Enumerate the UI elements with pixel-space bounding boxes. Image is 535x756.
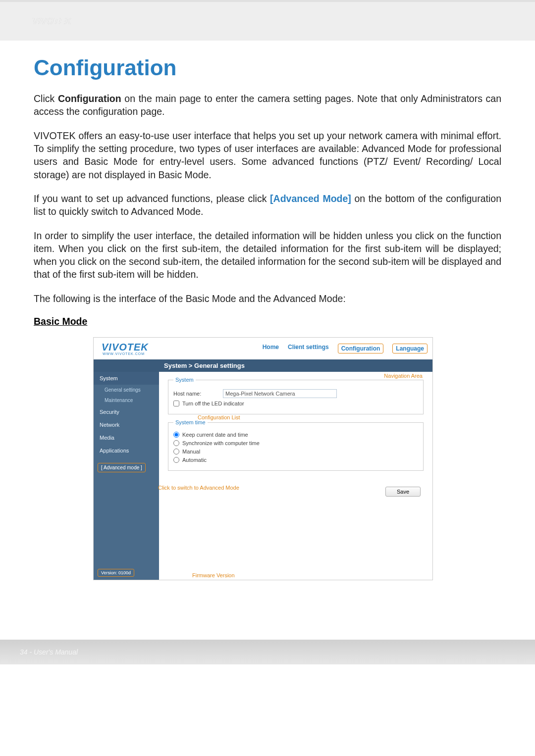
content-area: Configuration Click Configuration on the…: [0, 41, 535, 580]
breadcrumb: System > General settings: [94, 359, 432, 372]
hostname-label: Host name:: [173, 391, 223, 397]
system-fieldset: System Host name: Turn off the LED indic…: [168, 377, 424, 414]
annotation-navigation-area: Navigation Area: [384, 373, 423, 379]
paragraph-3: If you want to set up advanced functions…: [34, 192, 501, 218]
p1-bold: Configuration: [58, 93, 121, 104]
version-label: Version: 0100d: [98, 569, 134, 577]
ui-sidebar: System General settings Maintenance Secu…: [94, 372, 159, 580]
ui-main: Navigation Area System Host name: Turn o…: [159, 372, 432, 580]
p3-link: [Advanced Mode]: [270, 193, 351, 204]
nav-configuration[interactable]: Configuration: [338, 344, 384, 353]
p3-text-a: If you want to set up advanced functions…: [34, 193, 270, 204]
paragraph-2: VIVOTEK offers an easy-to-use user inter…: [34, 129, 501, 181]
nav-client-settings[interactable]: Client settings: [288, 344, 329, 353]
ui-screenshot-wrap: VIVOTEK WWW.VIVOTEK.COM Home Client sett…: [34, 337, 501, 580]
annotation-configuration-list: Configuration List: [198, 414, 240, 420]
sidebar-item-security[interactable]: Security: [94, 405, 159, 418]
page-header: VIVOTEK: [0, 0, 535, 41]
sidebar-item-maintenance[interactable]: Maintenance: [94, 395, 159, 405]
save-button[interactable]: Save: [385, 487, 421, 497]
radio-automatic-label: Automatic: [182, 457, 207, 463]
footer-text: 34 - User's Manual: [20, 648, 78, 656]
time-opt2-row: Synchronize with computer time: [173, 440, 418, 446]
sidebar-item-network[interactable]: Network: [94, 418, 159, 431]
led-row: Turn off the LED indicator: [173, 401, 418, 406]
led-label: Turn off the LED indicator: [182, 401, 244, 406]
page: VIVOTEK Configuration Click Configuratio…: [0, 0, 535, 664]
time-opt1-row: Keep current date and time: [173, 432, 418, 438]
ui-logo: VIVOTEK: [102, 342, 149, 353]
paragraph-5: The following is the interface of the Ba…: [34, 292, 501, 305]
ui-logo-sub: WWW.VIVOTEK.COM: [103, 352, 149, 355]
radio-manual-label: Manual: [182, 449, 200, 454]
radio-keep-current[interactable]: [173, 432, 179, 438]
annotation-advanced-mode: Click to switch to Advanced Mode: [158, 485, 239, 491]
radio-keep-current-label: Keep current date and time: [182, 432, 248, 438]
paragraph-4: In order to simplify the user interface,…: [34, 229, 501, 281]
annotation-firmware-version: Firmware Version: [192, 572, 235, 578]
page-title: Configuration: [34, 55, 501, 80]
sidebar-item-general-settings[interactable]: General settings: [94, 385, 159, 395]
system-legend: System: [173, 377, 196, 383]
paragraph-1: Click Configuration on the main page to …: [34, 92, 501, 118]
ui-body: System General settings Maintenance Secu…: [94, 372, 432, 580]
time-opt4-row: Automatic: [173, 457, 418, 463]
hostname-input[interactable]: [223, 389, 337, 398]
ui-topbar: VIVOTEK WWW.VIVOTEK.COM Home Client sett…: [94, 338, 432, 359]
advanced-mode-button[interactable]: [ Advanced mode ]: [98, 463, 146, 472]
basic-mode-heading: Basic Mode: [34, 316, 501, 327]
radio-sync-computer[interactable]: [173, 440, 179, 446]
led-checkbox[interactable]: [173, 401, 179, 406]
sidebar-item-applications[interactable]: Applications: [94, 444, 159, 457]
time-opt3-row: Manual: [173, 449, 418, 454]
ui-nav: Home Client settings Configuration Langu…: [263, 344, 428, 353]
radio-manual[interactable]: [173, 449, 179, 454]
ui-logo-block: VIVOTEK WWW.VIVOTEK.COM: [99, 342, 149, 355]
ui-screenshot: VIVOTEK WWW.VIVOTEK.COM Home Client sett…: [93, 337, 433, 580]
sidebar-item-system[interactable]: System: [94, 372, 159, 385]
radio-sync-computer-label: Synchronize with computer time: [182, 440, 260, 446]
system-time-fieldset: System time Keep current date and time S…: [168, 419, 424, 471]
p1-text-a: Click: [34, 93, 58, 104]
brand-label: VIVOTEK: [32, 16, 71, 27]
sidebar-item-media[interactable]: Media: [94, 431, 159, 444]
hostname-row: Host name:: [173, 389, 418, 398]
nav-home[interactable]: Home: [263, 344, 279, 353]
page-footer: 34 - User's Manual: [0, 640, 535, 664]
nav-language[interactable]: Language: [392, 344, 428, 353]
radio-automatic[interactable]: [173, 457, 179, 463]
